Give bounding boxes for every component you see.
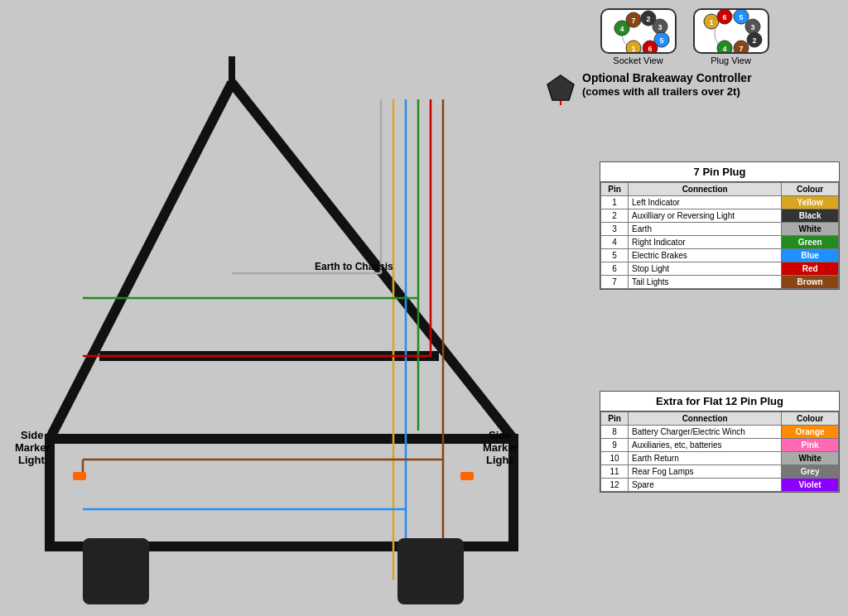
svg-rect-23: [398, 538, 464, 604]
pin-num: 3: [601, 223, 629, 236]
connection-desc: Left Indicator: [629, 196, 782, 209]
colour-cell: Black: [782, 209, 839, 223]
svg-text:Light: Light: [18, 454, 45, 466]
pin-num: 4: [601, 236, 629, 249]
pin-num: 5: [601, 249, 629, 262]
colour-cell: Pink: [782, 439, 839, 452]
svg-text:4: 4: [722, 45, 726, 53]
pin-num: 2: [601, 209, 629, 223]
colour-cell: Yellow: [782, 196, 839, 209]
svg-text:1: 1: [631, 45, 635, 53]
connection-desc: Tail Lights: [629, 276, 782, 289]
pin-num: 10: [601, 452, 629, 465]
col-pin-12: Pin: [601, 412, 629, 426]
pin-num: 9: [601, 439, 629, 452]
col-pin: Pin: [601, 183, 629, 196]
connection-desc: Earth: [629, 223, 782, 236]
svg-text:7: 7: [739, 45, 743, 53]
plug-view: 1 6 5 3 2 7 4 Plug View: [693, 8, 769, 65]
socket-label: Socket View: [600, 55, 677, 65]
pin-num: 8: [601, 426, 629, 439]
table-7pin-title: 7 Pin Plug: [600, 162, 839, 182]
svg-text:Light: Light: [486, 454, 513, 466]
colour-cell: Brown: [782, 276, 839, 289]
colour-cell: Red: [782, 262, 839, 276]
svg-rect-0: [0, 0, 547, 616]
col-connection: Connection: [629, 183, 782, 196]
connection-desc: Electric Brakes: [629, 249, 782, 262]
svg-text:6: 6: [722, 13, 726, 22]
svg-marker-61: [547, 75, 574, 100]
table-row: 6 Stop Light Red: [601, 262, 839, 276]
table-7pin: 7 Pin Plug Pin Connection Colour 1 Left …: [600, 161, 840, 290]
table-row: 1 Left Indicator Yellow: [601, 196, 839, 209]
connection-desc: Earth Return: [629, 452, 782, 465]
connection-desc: Spare: [629, 479, 782, 492]
table-row: 4 Right Indicator Green: [601, 236, 839, 249]
table-row: 7 Tail Lights Brown: [601, 276, 839, 289]
table-row: 10 Earth Return White: [601, 452, 839, 465]
plug-label: Plug View: [693, 55, 769, 65]
table-row: 2 Auxilliary or Reversing Light Black: [601, 209, 839, 223]
table-row: 12 Spare Violet: [601, 479, 839, 492]
colour-cell: Grey: [782, 465, 839, 479]
svg-rect-22: [83, 538, 149, 604]
pin-num: 11: [601, 465, 629, 479]
connection-desc: Auxiliaries, etc, batteries: [629, 439, 782, 452]
connection-desc: Rear Fog Lamps: [629, 465, 782, 479]
svg-text:7: 7: [631, 17, 635, 25]
connection-desc: Right Indicator: [629, 236, 782, 249]
connection-desc: Stop Light: [629, 262, 782, 276]
svg-text:3: 3: [750, 23, 754, 31]
svg-text:Marker: Marker: [483, 441, 518, 454]
svg-text:2: 2: [752, 36, 756, 45]
col-colour: Colour: [782, 183, 839, 196]
table-12pin: Extra for Flat 12 Pin Plug Pin Connectio…: [600, 391, 840, 493]
pin-num: 7: [601, 276, 629, 289]
table-row: 11 Rear Fog Lamps Grey: [601, 465, 839, 479]
svg-text:2: 2: [646, 15, 650, 23]
pin-num: 6: [601, 262, 629, 276]
brakeaway-subtitle: (comes with all trailers over 2t): [582, 85, 752, 99]
svg-text:6: 6: [648, 45, 652, 53]
connection-desc: Auxilliary or Reversing Light: [629, 209, 782, 223]
svg-rect-20: [73, 472, 86, 480]
svg-text:Side: Side: [489, 429, 511, 441]
svg-text:4: 4: [619, 25, 624, 33]
svg-text:Side: Side: [21, 429, 43, 441]
svg-text:5: 5: [659, 36, 663, 45]
table-row: 3 Earth White: [601, 223, 839, 236]
colour-cell: Green: [782, 236, 839, 249]
socket-view: 4 7 2 3 5 6 1 Socket View: [600, 8, 677, 65]
col-colour-12: Colour: [782, 412, 839, 426]
colour-cell: White: [782, 223, 839, 236]
connection-desc: Battery Charger/Electric Winch: [629, 426, 782, 439]
svg-text:1: 1: [709, 18, 713, 26]
col-connection-12: Connection: [629, 412, 782, 426]
svg-text:5: 5: [739, 13, 743, 22]
svg-rect-21: [460, 472, 474, 480]
table-12pin-title: Extra for Flat 12 Pin Plug: [600, 392, 839, 411]
svg-text:Earth to Chassis: Earth to Chassis: [315, 261, 393, 272]
svg-text:Marker: Marker: [15, 441, 51, 454]
table-row: 8 Battery Charger/Electric Winch Orange: [601, 426, 839, 439]
colour-cell: Blue: [782, 249, 839, 262]
svg-text:3: 3: [658, 23, 662, 31]
brakeaway-section: Optional Brakeaway Controller (comes wit…: [521, 70, 848, 113]
pin-num: 12: [601, 479, 629, 492]
colour-cell: Violet: [782, 479, 839, 492]
table-row: 5 Electric Brakes Blue: [601, 249, 839, 262]
brakeaway-title: Optional Brakeaway Controller: [582, 70, 752, 85]
pin-num: 1: [601, 196, 629, 209]
table-row: 9 Auxiliaries, etc, batteries Pink: [601, 439, 839, 452]
colour-cell: White: [782, 452, 839, 465]
colour-cell: Orange: [782, 426, 839, 439]
